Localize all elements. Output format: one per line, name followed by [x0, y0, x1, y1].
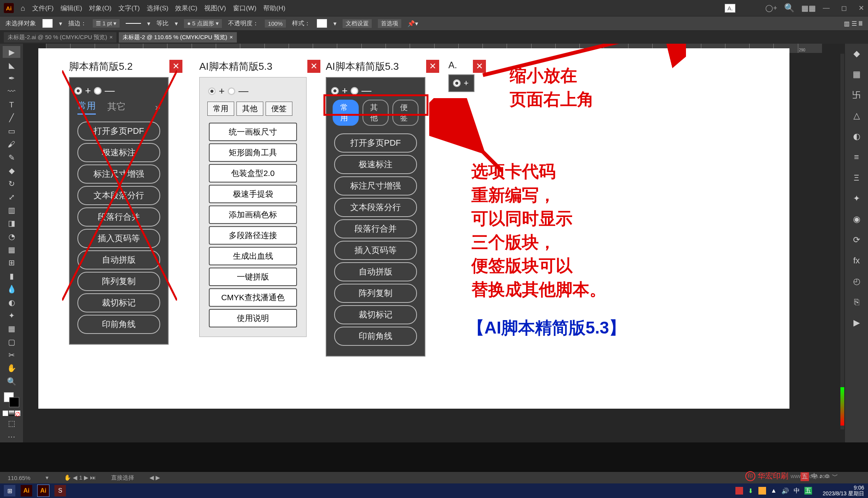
- history-icon[interactable]: ◴: [849, 274, 864, 289]
- btn-text-split[interactable]: 文本段落分行: [77, 186, 160, 205]
- artboard-tool[interactable]: ▢: [3, 336, 20, 348]
- maximize-icon[interactable]: ◻: [841, 4, 847, 12]
- uniform-scale[interactable]: 等比: [156, 20, 169, 28]
- btn-open-pdf[interactable]: 打开多页PDF: [334, 133, 417, 153]
- gradient-tool[interactable]: ▮: [3, 270, 20, 282]
- panel-close-button[interactable]: ✕: [169, 60, 182, 73]
- taskbar-app[interactable]: S: [54, 485, 66, 496]
- stroke-weight[interactable]: ☰ 1 pt ▾: [93, 19, 120, 28]
- minimize-icon[interactable]: —: [823, 4, 830, 12]
- btn-add-swatch[interactable]: 添加画稿色标: [209, 205, 297, 224]
- btn-onekey-impose[interactable]: 一键拼版: [209, 268, 297, 286]
- transparency-icon[interactable]: ◉: [849, 212, 864, 227]
- opacity-value[interactable]: 100%: [265, 20, 286, 28]
- menu-object[interactable]: 对象(O): [89, 4, 112, 13]
- pin-icon[interactable]: 📌▾: [407, 20, 418, 27]
- shaper-tool[interactable]: ✎: [3, 151, 20, 163]
- line-tool[interactable]: ╱: [3, 112, 20, 124]
- rect-tool[interactable]: ▭: [3, 125, 20, 137]
- tab-common[interactable]: 常用: [207, 102, 234, 116]
- btn-round-rect[interactable]: 矩形圆角工具: [209, 143, 297, 162]
- btn-box-2[interactable]: 包装盒型2.0: [209, 164, 297, 182]
- tray-icon[interactable]: [735, 487, 743, 495]
- taskbar-ai-1[interactable]: Ai: [21, 485, 32, 496]
- links-icon[interactable]: ⎘: [849, 294, 864, 310]
- properties-icon[interactable]: ◆: [849, 46, 864, 61]
- mesh-tool[interactable]: ⊞: [3, 257, 20, 269]
- doc-setup-button[interactable]: 文档设置: [343, 19, 372, 28]
- graph-tool[interactable]: ▦: [3, 323, 20, 335]
- circle-plus-icon[interactable]: ◯+: [765, 4, 777, 12]
- btn-para-merge[interactable]: 段落行合并: [334, 219, 417, 238]
- eyedropper-tool[interactable]: 💧: [3, 283, 20, 295]
- color-icon[interactable]: ◐: [849, 129, 864, 144]
- btn-array-copy[interactable]: 阵列复制: [77, 272, 160, 291]
- btn-text-split[interactable]: 文本段落分行: [334, 198, 417, 217]
- hand-tool[interactable]: ✋: [3, 362, 20, 374]
- width-tool[interactable]: ▥: [3, 204, 20, 216]
- search-icon[interactable]: 🔍: [784, 3, 794, 13]
- panel-toggle-icon[interactable]: ▥ ☰ Ⅲ: [844, 20, 863, 27]
- btn-open-pdf[interactable]: 打开多页PDF: [77, 122, 160, 141]
- clock[interactable]: 9:062023/8/13 星期日: [823, 485, 864, 497]
- ime-icon[interactable]: 中: [793, 487, 801, 495]
- scale-tool[interactable]: ⤢: [3, 191, 20, 203]
- doc-tab-2[interactable]: 未标题-2 @ 110.65 % (CMYK/CPU 预览)×: [119, 32, 237, 43]
- tray-icon[interactable]: [758, 487, 766, 495]
- fill-swatch[interactable]: [42, 19, 53, 28]
- canvas[interactable]: -20-100102030405060708090100110120130140…: [23, 44, 845, 442]
- perspective-tool[interactable]: ▦: [3, 243, 20, 255]
- rotate-tool[interactable]: ↻: [3, 178, 20, 190]
- btn-bleed[interactable]: 生成出血线: [209, 247, 297, 265]
- panel-close-button[interactable]: ✕: [307, 60, 320, 73]
- layers-icon[interactable]: ▦: [849, 67, 864, 82]
- fill-stroke-swatches[interactable]: [4, 392, 19, 407]
- home-icon[interactable]: ⌂: [21, 4, 25, 13]
- btn-path-join[interactable]: 多段路径连接: [209, 226, 297, 245]
- close-tab-icon[interactable]: ×: [230, 34, 233, 40]
- tab-other[interactable]: 其它: [107, 100, 126, 114]
- btn-para-merge[interactable]: 段落行合并: [77, 207, 160, 227]
- stroke-icon[interactable]: Ξ: [849, 170, 864, 186]
- btn-fast-annotate[interactable]: 极速标注: [77, 143, 160, 162]
- btn-manual[interactable]: 使用说明: [209, 309, 297, 327]
- volume-icon[interactable]: 🔊: [781, 487, 789, 495]
- btn-crop-marks[interactable]: 裁切标记: [77, 293, 160, 312]
- btn-array-copy[interactable]: 阵列复制: [334, 284, 417, 303]
- tray-up-icon[interactable]: ▲: [770, 487, 778, 495]
- brushes-icon[interactable]: ≡: [849, 150, 864, 165]
- btn-crop-marks[interactable]: 裁切标记: [334, 305, 417, 324]
- gradient-mode-icon[interactable]: [9, 411, 14, 416]
- brush-tool[interactable]: 🖌: [3, 138, 20, 150]
- taskbar-ai-2[interactable]: Ai: [38, 485, 49, 496]
- direct-select-tool[interactable]: ◣: [3, 59, 20, 71]
- btn-auto-impose[interactable]: 自动拼版: [334, 262, 417, 281]
- screen-mode[interactable]: ⬚: [3, 417, 20, 429]
- expand-icon[interactable]: »: [155, 102, 160, 113]
- btn-prepress-corner[interactable]: 印前角线: [77, 315, 160, 334]
- menu-effect[interactable]: 效果(C): [175, 4, 197, 13]
- curvature-tool[interactable]: 〰: [3, 85, 20, 97]
- prefs-button[interactable]: 首选项: [378, 19, 401, 28]
- type-tool[interactable]: T: [3, 99, 20, 110]
- tab-notes[interactable]: 便签: [266, 102, 292, 116]
- color-mode-icon[interactable]: [3, 411, 8, 416]
- fx-icon[interactable]: fx: [849, 253, 864, 268]
- vertical-scrollbar[interactable]: [840, 54, 844, 429]
- pen-tool[interactable]: ✒: [3, 72, 20, 84]
- btn-auto-impose[interactable]: 自动拼版: [77, 250, 160, 270]
- swatches-icon[interactable]: △: [849, 108, 864, 123]
- btn-dim-enhance[interactable]: 标注尺寸增强: [334, 176, 417, 196]
- start-button[interactable]: ⊞: [4, 485, 15, 496]
- btn-unify-artboard[interactable]: 统一画板尺寸: [209, 123, 297, 141]
- btn-fast-annotate[interactable]: 极速标注: [334, 155, 417, 174]
- btn-dim-enhance[interactable]: 标注尺寸增强: [77, 164, 160, 184]
- btn-prepress-corner[interactable]: 印前角线: [334, 327, 417, 346]
- btn-page-number[interactable]: 插入页码等: [334, 241, 417, 260]
- close-icon[interactable]: ✕: [858, 4, 864, 12]
- menu-window[interactable]: 窗口(W): [233, 4, 256, 13]
- workspace-icon[interactable]: ▦▦: [801, 3, 816, 13]
- play-icon[interactable]: ▶: [849, 315, 864, 330]
- btn-fast-bag[interactable]: 极速手提袋: [209, 185, 297, 203]
- none-mode-icon[interactable]: ∅: [15, 411, 20, 416]
